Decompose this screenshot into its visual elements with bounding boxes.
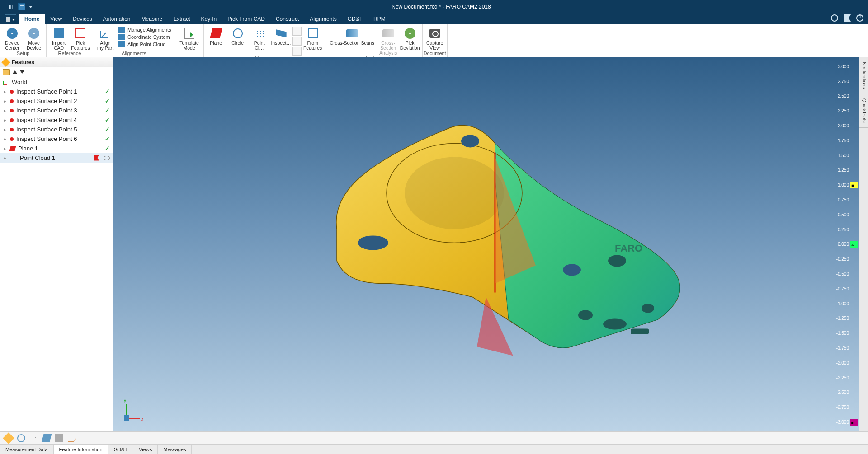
move-device-button[interactable]: Move Device — [24, 26, 44, 51]
scale-row: 2.000 — [834, 118, 858, 133]
menu-tab-rpm[interactable]: RPM — [368, 14, 391, 24]
point-icon — [10, 118, 14, 122]
feature-tree: World▸Inspect Surface Point 1✓▸Inspect S… — [0, 77, 113, 431]
template-mode-button[interactable]: Template Mode — [177, 26, 202, 51]
svg-point-8 — [642, 304, 654, 313]
filter-plane-icon[interactable] — [42, 434, 52, 442]
tree-item-7[interactable]: ▸Plane 1✓ — [0, 144, 113, 153]
bottom-tab-gd&t[interactable]: GD&T — [108, 445, 134, 454]
scale-row: -0.750 — [834, 281, 858, 296]
filter-curve-icon[interactable] — [68, 434, 76, 442]
svg-rect-9 — [631, 328, 649, 334]
scale-row: 0.250 — [834, 222, 858, 237]
app-icon: ◧ — [6, 3, 14, 11]
scale-row: 1.000▣ — [834, 178, 858, 192]
3d-viewport[interactable]: FARO x y 3.0002.7502.5002.2502.0001.7501… — [113, 57, 868, 431]
flag-icon[interactable] — [844, 14, 851, 22]
bottom-tab-messages[interactable]: Messages — [158, 445, 192, 454]
tree-item-0[interactable]: World — [0, 77, 113, 87]
eye-icon[interactable] — [104, 156, 110, 160]
menu-bar: HomeViewDevicesAutomationMeasureExtractK… — [0, 14, 868, 24]
side-tab-notifications[interactable]: Notifications — [859, 57, 868, 94]
menu-tab-automation[interactable]: Automation — [98, 14, 136, 24]
inspect-button[interactable]: Inspect… — [271, 26, 292, 46]
side-tab-quicktools[interactable]: QuickTools — [859, 94, 868, 128]
side-tabs: NotificationsQuickTools — [859, 57, 868, 431]
tree-item-8[interactable]: ▸Point Cloud 1 — [0, 153, 113, 163]
pick-deviation-button[interactable]: Pick Deviation — [400, 26, 420, 51]
features-diamond-icon — [1, 58, 10, 67]
circle-button[interactable]: Circle — [227, 26, 248, 46]
point-icon — [10, 99, 14, 103]
tree-item-label: Point Cloud 1 — [20, 154, 55, 161]
window-title: New Document.fcd * - FARO CAM2 2018 — [33, 4, 850, 10]
filter-cloud-icon[interactable] — [30, 434, 38, 442]
cross-section-scans-button[interactable]: Cross-Section Scans — [327, 26, 377, 46]
svg-point-3 — [358, 235, 388, 250]
svg-point-2 — [461, 135, 479, 147]
align-my-part-button[interactable]: Align my Part — [95, 26, 116, 51]
menu-tab-gd&t[interactable]: GD&T — [342, 14, 368, 24]
align-item-2[interactable]: Align Point Cloud — [118, 41, 171, 47]
folder-icon[interactable] — [3, 69, 10, 75]
scale-row: -1.250 — [834, 311, 858, 326]
qat-dropdown-icon[interactable] — [29, 6, 33, 8]
menu-tab-devices[interactable]: Devices — [67, 14, 98, 24]
menu-tab-key-in[interactable]: Key-In — [196, 14, 222, 24]
from-features-button[interactable]: From Features — [302, 26, 323, 51]
filter-world-icon[interactable] — [17, 434, 25, 442]
menu-tab-alignments[interactable]: Alignments — [304, 14, 342, 24]
tree-item-4[interactable]: ▸Inspect Surface Point 4✓ — [0, 115, 113, 125]
pick-features-button[interactable]: Pick Features — [70, 26, 91, 51]
tree-item-5[interactable]: ▸Inspect Surface Point 5✓ — [0, 125, 113, 134]
align-item-1[interactable]: Coordinate System — [118, 34, 171, 40]
point-cloud-button[interactable]: Point Cl… — [249, 26, 270, 51]
measure-tool-3[interactable] — [292, 47, 302, 56]
tree-item-3[interactable]: ▸Inspect Surface Point 3✓ — [0, 106, 113, 115]
tree-item-1[interactable]: ▸Inspect Surface Point 1✓ — [0, 87, 113, 96]
filter-solid-icon[interactable] — [55, 434, 63, 442]
app-menu-button[interactable] — [5, 14, 16, 24]
scale-row: 0.750 — [834, 192, 858, 207]
scale-row: -2.500 — [834, 385, 858, 400]
save-icon[interactable] — [18, 3, 25, 10]
svg-point-4 — [563, 264, 581, 276]
scale-row: -2.250 — [834, 370, 858, 385]
align-item-0[interactable]: Manage Alignments — [118, 27, 171, 33]
tree-item-label: Inspect Surface Point 4 — [16, 117, 77, 123]
scale-row: 2.500 — [834, 89, 858, 104]
check-icon: ✓ — [105, 126, 110, 133]
measure-tool-2[interactable] — [292, 37, 302, 46]
check-icon: ✓ — [105, 136, 110, 142]
plane-button[interactable]: Plane — [206, 26, 226, 46]
bottom-tab-feature-information[interactable]: Feature Information — [54, 445, 108, 454]
menu-tab-home[interactable]: Home — [19, 14, 45, 24]
menu-tab-construct[interactable]: Construct — [270, 14, 304, 24]
bottom-tab-views[interactable]: Views — [133, 445, 158, 454]
move-up-icon[interactable] — [13, 70, 17, 74]
device-center-button[interactable]: Device Center — [2, 26, 23, 51]
capture-view-button[interactable]: Capture View — [425, 26, 445, 51]
features-panel-header: Features — [0, 57, 113, 67]
bottom-tab-measurement-data[interactable]: Measurement Data — [0, 445, 54, 454]
menu-tab-pick-from-cad[interactable]: Pick From CAD — [222, 14, 270, 24]
scale-row: 1.250 — [834, 163, 858, 178]
tree-item-label: Inspect Surface Point 1 — [16, 88, 77, 95]
axis-y-label: y — [124, 398, 126, 403]
tree-item-6[interactable]: ▸Inspect Surface Point 6✓ — [0, 134, 113, 144]
tree-item-label: Plane 1 — [18, 145, 38, 152]
menu-tab-view[interactable]: View — [45, 14, 67, 24]
menu-tab-extract[interactable]: Extract — [168, 14, 195, 24]
sync-icon[interactable] — [831, 14, 838, 22]
measure-tool-1[interactable] — [292, 27, 302, 36]
cross-section-analysis-button: Cross-Section Analysis — [378, 26, 399, 56]
svg-point-5 — [608, 255, 626, 267]
svg-point-1 — [405, 157, 504, 229]
move-down-icon[interactable] — [20, 70, 24, 74]
import-cad-button[interactable]: Import CAD — [48, 26, 69, 51]
menu-tab-measure[interactable]: Measure — [136, 14, 168, 24]
help-icon[interactable] — [856, 14, 863, 22]
cloud-icon — [10, 156, 17, 160]
tree-item-2[interactable]: ▸Inspect Surface Point 2✓ — [0, 96, 113, 106]
filter-features-icon[interactable] — [3, 432, 14, 444]
